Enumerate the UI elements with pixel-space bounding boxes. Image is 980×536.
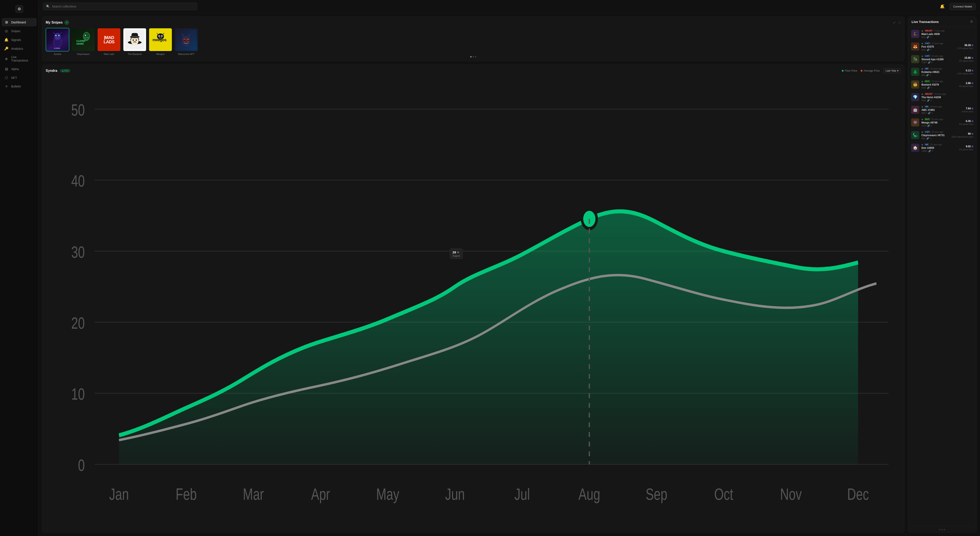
tx-avatar: 🦊: [911, 43, 919, 51]
svg-text:30: 30: [71, 243, 85, 261]
content-main: My Snipes + ⤢ ☆: [42, 16, 904, 533]
sidebar-item-snipes[interactable]: ◎ Snipes: [2, 27, 37, 35]
tx-avatar: 🤖: [911, 106, 919, 114]
sidebar-item-nft[interactable]: ⬡ NFT: [2, 73, 37, 82]
svg-point-25: [159, 36, 160, 36]
nav-menu: ⊞ Dashboard ◎ Snipes 🔔 Signals 🔑 Analyti…: [0, 18, 38, 90]
tx-price-sub: at floor price: [962, 110, 974, 113]
sidebar-item-alpha[interactable]: ▤ Alpha: [2, 65, 37, 73]
tx-time: 18 secs ago: [932, 80, 943, 82]
list-item[interactable]: 🦕 ◈ LIST 28 secs ago Claynosaurz #9731 8…: [908, 129, 976, 141]
list-item[interactable]: 💎 ◈ DELIST 18 secs ago The Heist #4239 5…: [908, 91, 976, 103]
snipes-icon: ◎: [4, 29, 9, 33]
tx-info: ◈ ME 31 secs ago Den #2850 CMNy 🔗 👁: [921, 143, 957, 152]
content-area: My Snipes + ⤢ ☆: [39, 13, 980, 536]
settings-icon[interactable]: ⚙: [970, 20, 973, 24]
chart-header: Syndra ▲76% Floor Price Average Price La…: [46, 68, 901, 73]
list-item[interactable]: 🤠 ◈ BUY 18 secs ago Bastard #3276 HvDf 🔗…: [908, 78, 976, 91]
time-selector[interactable]: Last Year ▾: [883, 68, 901, 73]
snipe-item-syndra[interactable]: SYNDRA Syndra: [46, 28, 69, 56]
tx-badge: LIST: [924, 55, 931, 57]
list-item[interactable]: 🏠 ◈ ME 31 secs ago Den #2850 CMNy 🔗 👁 9.…: [908, 141, 976, 154]
snipe-item-madlads[interactable]: |MAD LADS Mad Lads: [97, 28, 121, 56]
search-input[interactable]: [52, 5, 194, 8]
list-item[interactable]: 🤖 ◈ ME 24 secs ago ABC #1991 ABC7 🔗 👁 7.…: [908, 103, 976, 116]
tx-avatar-inner: 🏠: [911, 144, 919, 152]
tx-meta: ◈ ME 14 secs ago: [921, 67, 955, 70]
wallet-icons: 🔗 👁: [926, 137, 932, 140]
add-snipe-button[interactable]: +: [64, 20, 69, 25]
wallet-icons: 🔗 👁: [927, 87, 932, 89]
tx-time: 18 secs ago: [934, 93, 946, 95]
wallet-icons: 🔗 👁: [928, 150, 934, 152]
snipe-item-claynosaurz[interactable]: CLAYNO SAURZ Claynosaurz: [72, 28, 95, 56]
list-item[interactable]: 🦊 ◈ LIST 11 secs ago Fox #3375 tenE 🔗 👁 …: [908, 40, 976, 53]
search-icon: 🔍: [46, 5, 50, 8]
tx-price-value: 7.64 ◎: [962, 107, 974, 110]
connect-wallet-button[interactable]: Connect Wallet: [950, 3, 976, 10]
platform-icon: ◈: [921, 118, 923, 121]
header-right: 🔔 Connect Wallet: [939, 3, 976, 10]
tx-price-sub: 1% above floor: [959, 148, 974, 151]
live-title: Live Transactions: [912, 20, 939, 24]
svg-text:Sep: Sep: [646, 485, 667, 503]
tx-avatar: 👾: [911, 118, 919, 127]
meegos-art: meegos: [149, 28, 172, 51]
dot-1[interactable]: [470, 56, 472, 57]
tx-name: ABC #1991: [921, 108, 959, 111]
search-bar[interactable]: 🔍: [43, 3, 197, 10]
snipe-item-bastards[interactable]: The Bastards: [123, 28, 146, 56]
svg-text:Jun: Jun: [445, 485, 465, 503]
svg-point-5: [59, 35, 59, 36]
star-icon[interactable]: ☆: [898, 21, 901, 25]
tx-badge: DELIST: [924, 93, 933, 95]
list-item[interactable]: 👾 ◈ BUY 25 secs ago Meego #8748 CJv3 🔗 👁…: [908, 116, 976, 129]
svg-rect-19: [132, 36, 138, 37]
sidebar-item-dashboard[interactable]: ⊞ Dashboard: [2, 18, 37, 26]
tx-info: ◈ DELIST 18 secs ago The Heist #4239 5u6…: [921, 93, 974, 101]
chart-svg: 50 40 30 20 10 0 Jan Feb Mar Apr May Jun…: [46, 77, 901, 529]
platform-icon: ◈: [921, 30, 923, 32]
snipes-actions: ⤢ ☆: [893, 21, 901, 25]
snipe-img-meegos: meegos: [149, 28, 172, 51]
tx-time: 4 secs ago: [934, 30, 945, 32]
tx-name: Claynosaurz #9731: [921, 134, 949, 137]
dot-2[interactable]: [473, 56, 474, 57]
wallet-icons: 🔗 👁: [926, 74, 932, 76]
avg-label: Average Price: [864, 69, 880, 72]
list-item[interactable]: 🎩 ◈ DELIST 4 secs ago Mad Lads #836 fsDy…: [908, 28, 976, 40]
app-logo: ⚙: [16, 5, 23, 13]
notification-bell[interactable]: 🔔: [939, 3, 946, 10]
sidebar-item-signals[interactable]: 🔔 Signals: [2, 36, 37, 44]
tx-time: 28 secs ago: [932, 131, 943, 133]
expand-icon[interactable]: ⤢: [893, 21, 896, 25]
chart-title: Syndra: [46, 69, 57, 73]
tx-time: 11 secs ago: [932, 42, 943, 44]
tx-price-value: 6.35 ◎: [959, 120, 974, 123]
sidebar-item-live-transactions[interactable]: ⊕ Live Transactions: [2, 53, 37, 64]
sol-symbol: ≋: [457, 251, 459, 254]
snipe-item-meegos[interactable]: meegos: [149, 28, 172, 56]
tx-name: The Heist #4239: [921, 96, 974, 99]
live-header: Live Transactions ⚙: [908, 17, 976, 27]
platform-icon: ◈: [921, 42, 923, 44]
list-item[interactable]: 🌲 ◈ ME 14 secs ago Kodama #3621 8k4j 🔗 👁…: [908, 66, 976, 78]
snipe-label-bastards: The Bastards: [128, 53, 142, 56]
sidebar-item-bulletin[interactable]: ≡ Bulletin: [2, 82, 37, 90]
wallet-icons: 🔗 👁: [927, 49, 932, 51]
tx-price: 0.13 ◎ 0.4% above floor: [957, 69, 974, 75]
header: 🔍 🔔 Connect Wallet: [39, 0, 980, 13]
wallet-address: CMNy: [921, 150, 928, 152]
svg-text:Mar: Mar: [243, 485, 264, 503]
sidebar-item-analytics[interactable]: 🔑 Analytics: [2, 44, 37, 53]
footer-dot-2: [942, 529, 943, 530]
tx-badge: DELIST: [924, 29, 933, 32]
chevron-down-icon: ▾: [897, 69, 899, 72]
snipe-item-nekozuma[interactable]: Nekozuma NFT: [174, 28, 198, 56]
list-item[interactable]: 🦍 ◈ LIST 13 secs ago Stoned Ape #1269 7c…: [908, 53, 976, 66]
signals-icon: 🔔: [4, 38, 9, 42]
wallet-address: fsDy: [921, 36, 926, 38]
platform-icon: ◈: [921, 105, 923, 108]
dot-3[interactable]: [475, 56, 476, 57]
tx-avatar-inner: 👾: [911, 118, 919, 127]
